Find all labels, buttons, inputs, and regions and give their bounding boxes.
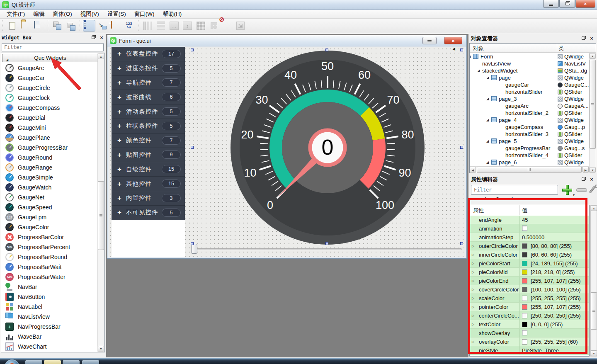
property-row-endAngle[interactable]: endAngle45 — [470, 216, 589, 224]
restore-button[interactable] — [559, 0, 575, 8]
property-editor-float-button[interactable] — [581, 177, 587, 182]
expand-arrow-icon[interactable]: ▷ — [472, 340, 474, 344]
property-row-pieColorStart[interactable]: ▷pieColorStart[24, 189, 155] (255) — [470, 259, 589, 268]
layout-horizontal-splitter-button[interactable]: ↔ — [168, 20, 180, 32]
nav-item-滑动条控件[interactable]: +滑动条控件5 — [112, 104, 185, 119]
inspector-row-horizontalSlider_4[interactable]: horizontalSlider_4QSlider — [470, 152, 589, 159]
expand-arrow-icon[interactable]: ▷ — [472, 262, 474, 265]
expand-arrow-icon[interactable]: ▷ — [472, 279, 474, 283]
open-form-button[interactable] — [19, 20, 32, 32]
expand-arrow-icon[interactable]: ▷ — [472, 296, 474, 300]
expand-arrow-icon[interactable]: ▷ — [472, 323, 474, 326]
menu-item-6[interactable]: 帮助(H) — [158, 10, 186, 19]
object-inspector-close-button[interactable]: × — [589, 36, 595, 41]
widget-item-NavLabel[interactable]: NavLabel — [2, 302, 98, 312]
selection-handle[interactable] — [460, 242, 463, 245]
scrollbar-thumb[interactable] — [98, 181, 104, 250]
property-row-pointerColor[interactable]: ▷pointerColor[255, 107, 107] (255) — [470, 303, 589, 311]
scroll-right-icon[interactable]: ▶ — [582, 167, 589, 173]
category-quc-widgets[interactable]: ◢Quc Widgets — [2, 54, 98, 62]
property-row-innerCircleColor[interactable]: ▷innerCircleColor[60, 60, 60] (255) — [470, 250, 589, 259]
menu-item-5[interactable]: 窗口(W) — [130, 10, 159, 19]
color-swatch[interactable] — [522, 304, 527, 310]
new-form-button[interactable] — [6, 20, 18, 32]
checkbox-unchecked[interactable] — [522, 330, 527, 335]
selection-handle[interactable] — [460, 146, 463, 149]
selection-handle[interactable] — [191, 49, 194, 51]
form-minimize-button[interactable] — [422, 37, 437, 44]
inspector-row-page_3[interactable]: ◢page_3QWidge — [470, 95, 589, 102]
property-row-animationStep[interactable]: animationStep0.500000 — [470, 233, 589, 242]
widget-item-ProgressBarWater[interactable]: 74%ProgressBarWater — [2, 272, 98, 282]
scroll-down-icon[interactable]: ▼ — [590, 167, 596, 173]
expand-arrow-icon[interactable]: ▷ — [472, 244, 474, 248]
expand-arrow-icon[interactable]: ▷ — [472, 314, 474, 318]
color-swatch[interactable] — [522, 261, 527, 266]
property-row-pieColorEnd[interactable]: ▷pieColorEnd[255, 107, 107] (255) — [470, 277, 589, 285]
expand-arrow-icon[interactable]: ◢ — [477, 69, 480, 73]
property-editor-close-button[interactable]: × — [589, 177, 595, 182]
widget-box-scrollbar[interactable]: ▲ ▼ — [97, 53, 104, 352]
inspector-row-horizontalSlider_3[interactable]: horizontalSlider_3QSlider — [470, 131, 589, 138]
color-swatch[interactable] — [522, 339, 527, 345]
menu-item-2[interactable]: 窗体(O) — [49, 10, 76, 19]
expand-arrow-icon[interactable]: ◢ — [486, 118, 489, 122]
inspector-row-horizontalSlider_2[interactable]: horizontalSlider_2QSlider — [470, 109, 589, 116]
nav-item-不可见控件[interactable]: +不可见控件5 — [112, 206, 185, 220]
property-row-outerCircleColor[interactable]: ▷outerCircleColor[80, 80, 80] (255) — [470, 242, 589, 250]
checkbox-unchecked[interactable] — [522, 226, 527, 231]
nav-item-其他控件[interactable]: +其他控件15 — [112, 177, 185, 191]
minimize-button[interactable] — [543, 0, 559, 8]
scrollbar-thumb[interactable] — [590, 60, 596, 149]
widget-item-GaugeArc[interactable]: GaugeArc — [2, 63, 98, 73]
inspector-row-navListView[interactable]: navListViewNavListV — [470, 60, 589, 67]
widget-item-GaugeColor[interactable]: GaugeColor — [2, 222, 98, 232]
inspector-row-gaugeCompass[interactable]: gaugeCompassGaug...p — [470, 124, 589, 131]
expand-arrow-icon[interactable]: ▷ — [472, 253, 474, 257]
scroll-left-icon[interactable]: ◀ — [470, 167, 476, 173]
remove-property-button[interactable] — [576, 188, 587, 192]
nav-item-柱状条控件[interactable]: +柱状条控件5 — [112, 119, 185, 133]
inspector-row-page_4[interactable]: ◢page_4QWidge — [470, 116, 589, 124]
menu-item-4[interactable]: 设置(S) — [103, 10, 130, 19]
menu-item-3[interactable]: 视图(V) — [76, 10, 103, 19]
nav-item-导航控件[interactable]: +导航控件7 — [112, 76, 185, 90]
add-dynamic-property-button[interactable]: ▾ — [561, 184, 573, 196]
inspector-vscrollbar[interactable]: ▲ ▼ — [589, 53, 596, 173]
property-row-showOverlay[interactable]: showOverlay — [470, 329, 589, 337]
inspector-row-gaugeCar[interactable]: gaugeCarGaugeC... — [470, 81, 589, 88]
squares-button-a[interactable] — [51, 20, 63, 32]
widget-item-GaugeLpm[interactable]: 2.27GaugeLpm — [2, 212, 98, 222]
squares-button-b[interactable] — [64, 20, 77, 32]
form-canvas[interactable]: +仪表盘控件17+进度条控件5+导航控件7+波形曲线6+滑动条控件5+柱状条控件… — [109, 47, 465, 257]
edit-widgets-mode-button[interactable] — [83, 20, 95, 32]
color-swatch[interactable] — [522, 322, 527, 327]
scrollbar-thumb[interactable] — [477, 167, 582, 173]
expand-arrow-icon[interactable]: ◢ — [470, 55, 471, 58]
widget-item-WaveBar[interactable]: WaveBar — [2, 332, 98, 342]
nav-item-颜色控件[interactable]: +颜色控件7 — [112, 133, 185, 148]
widget-box-float-button[interactable] — [91, 35, 97, 40]
inspector-hscrollbar[interactable]: ◀ ▶ — [470, 166, 589, 173]
widget-item-GaugeMini[interactable]: GaugeMini — [2, 123, 98, 133]
color-swatch[interactable] — [522, 278, 527, 284]
widget-item-ProgressBarWait[interactable]: ProgressBarWait — [2, 262, 98, 272]
nav-item-仪表盘控件[interactable]: +仪表盘控件17 — [112, 47, 185, 61]
widget-item-ProgressBarRound[interactable]: ProgressBarRound — [2, 252, 98, 262]
widget-item-ProgressBarColor[interactable]: ProgressBarColor — [2, 232, 98, 242]
inspector-row-page[interactable]: ◢pageQWidge — [470, 74, 589, 81]
widget-item-NavBar[interactable]: NavBar — [2, 282, 98, 292]
widget-item-GaugeCar[interactable]: GaugeCar — [2, 73, 98, 83]
layout-form-button[interactable] — [208, 20, 220, 32]
horizontal-slider-handle[interactable] — [191, 244, 197, 254]
nav-listview-widget[interactable]: +仪表盘控件17+进度条控件5+导航控件7+波形曲线6+滑动条控件5+柱状条控件… — [112, 47, 185, 220]
widget-item-GaugeProgressBar[interactable]: GaugeProgressBar — [2, 143, 98, 153]
color-swatch[interactable] — [522, 252, 527, 257]
expand-arrow-icon[interactable]: ◢ — [486, 76, 489, 80]
property-row-textColor[interactable]: ▷textColor[0, 0, 0] (255) — [470, 320, 589, 329]
widget-item-GaugeRound[interactable]: GaugeRound — [2, 153, 98, 163]
property-row-coverCircleColor[interactable]: ▷coverCircleColor[100, 100, 100] (255) — [470, 285, 589, 294]
inspector-row-gaugeProgressBar[interactable]: gaugeProgressBarGaug...s — [470, 145, 589, 152]
widget-item-WaveChart[interactable]: WaveChart — [2, 342, 98, 352]
selection-handle[interactable] — [460, 49, 463, 51]
